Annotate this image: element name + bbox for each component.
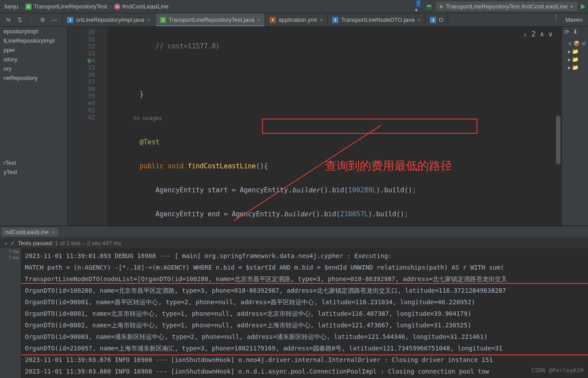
- line-number: 38: [69, 85, 95, 92]
- test-time: 7 ms: [0, 248, 21, 255]
- expand-icon[interactable]: »: [4, 240, 8, 247]
- left-item[interactable]: rTest: [0, 158, 67, 167]
- breadcrumb-project[interactable]: tianju: [3, 3, 20, 10]
- code-line: AgencyEntity end = AgencyEntity.builder(…: [107, 208, 561, 220]
- java-file-icon: J: [67, 17, 73, 23]
- warning-icon: ⚠: [523, 28, 527, 40]
- maven-panel[interactable]: ⟳ ⬇ ∨ 📦 sl ▸ 📁 ▸ 📁 ▸ 📁: [561, 27, 588, 226]
- code-line: }: [107, 90, 143, 98]
- tab-label: ortLineRepositoryImpl.java: [76, 16, 144, 23]
- tree-root[interactable]: sl: [582, 40, 586, 47]
- gutter[interactable]: 30 31 32 33 34↻ 35 36 37 38 39 40 41 42: [68, 27, 107, 226]
- test-file-icon: J: [160, 17, 166, 23]
- tab-repository-test[interactable]: J TransportLineRepositoryTest.java ×: [155, 13, 266, 26]
- console-line: OrganDTO(id=8002, name=上海市转运中心, type=1, …: [25, 319, 584, 331]
- user-icon[interactable]: 👤▾: [415, 3, 422, 10]
- close-icon[interactable]: ×: [147, 16, 151, 23]
- editor-scrollbar[interactable]: [556, 115, 560, 164]
- console-line: OrganDTO(id=90001, name=昌平区转运中心, type=2,…: [25, 296, 584, 308]
- console-line: 2023-11-01 11:39:01.893 DEBUG 16908 --- …: [25, 250, 584, 262]
- left-item[interactable]: tLineRepositoryImpl: [0, 36, 67, 45]
- line-number: 36: [69, 71, 95, 78]
- check-icon: ✔: [10, 240, 15, 247]
- collapse-icon[interactable]: ⇅: [16, 16, 23, 24]
- editor[interactable]: 30 31 32 33 34↻ 35 36 37 38 39 40 41 42 …: [68, 27, 588, 226]
- tab-application-yml[interactable]: Y application.yml ×: [265, 13, 328, 26]
- breadcrumb-class[interactable]: C TransportLineRepositoryTest: [24, 3, 109, 10]
- code-line: AgencyEntity start = AgencyEntity.builde…: [107, 184, 561, 196]
- console-line: OrganDTO(id=210057, name=上海市浦东新区南汇, type…: [25, 342, 584, 354]
- code-line: [107, 64, 561, 76]
- hide-icon[interactable]: —: [51, 16, 58, 24]
- code-line: @Test: [107, 138, 159, 146]
- run-config-area: 👤▾ ⬒ TransportLineRepositoryTest.findCos…: [415, 2, 585, 11]
- refresh-icon[interactable]: ⟳: [564, 28, 569, 35]
- breadcrumb-method[interactable]: m findCostLeastLine: [112, 3, 170, 10]
- expand-icon[interactable]: ⇆: [4, 16, 12, 24]
- tab-label: O: [439, 16, 443, 23]
- console-split: 7 ms 7 ms 2023-11-01 11:39:01.893 DEBUG …: [0, 248, 588, 378]
- left-item[interactable]: sitory: [0, 55, 67, 64]
- run-button[interactable]: [581, 4, 585, 9]
- java-file-icon: J: [430, 17, 436, 23]
- close-icon[interactable]: ×: [417, 16, 421, 23]
- code-area[interactable]: // cost=11577.8) } no usages @Test publi…: [107, 27, 561, 226]
- tab-node-dto[interactable]: J TransportLineNodeDTO.java ×: [328, 13, 425, 26]
- console-output[interactable]: 2023-11-01 11:39:01.893 DEBUG 16908 --- …: [21, 248, 588, 378]
- line-number: 40: [69, 99, 95, 107]
- console-line: 2023-11-01 11:39:03.876 INFO 16908 --- […: [25, 354, 584, 366]
- play-icon: [440, 4, 444, 9]
- usages-hint[interactable]: no usages: [107, 112, 561, 124]
- breadcrumb-method-label: findCostLeastLine: [122, 3, 168, 10]
- tab-label: TransportLineNodeDTO.java: [341, 16, 414, 23]
- close-icon[interactable]: ×: [319, 16, 323, 23]
- java-file-icon: J: [332, 17, 338, 23]
- structure-panel[interactable]: epositoryImpl tLineRepositoryImpl pper s…: [0, 27, 68, 226]
- tests-passed-label: Tests passed:: [18, 240, 53, 247]
- left-item[interactable]: epositoryImpl: [0, 27, 67, 36]
- gear-icon[interactable]: ⚙: [39, 16, 46, 24]
- console-line: OrganDTO(id=100280, name=北京市昌平区定泗路, type…: [25, 285, 584, 296]
- left-item[interactable]: ory: [0, 64, 67, 73]
- run-tab[interactable]: ndCostLeastLine ×: [2, 228, 58, 236]
- close-icon[interactable]: ×: [52, 229, 55, 235]
- method-icon: m: [114, 4, 120, 10]
- tab-overflow[interactable]: J O: [425, 13, 448, 26]
- inspections-widget[interactable]: ⚠ 2 ∧ ∨: [523, 28, 552, 40]
- tab-repository-impl[interactable]: J ortLineRepositoryImpl.java ×: [63, 13, 155, 26]
- console-line: OrganDTO(id=8001, name=北京市转运中心, type=1, …: [25, 308, 584, 319]
- build-icon[interactable]: ⬒: [425, 3, 433, 10]
- maven-tree[interactable]: ∨ 📦 sl ▸ 📁 ▸ 📁 ▸ 📁: [562, 37, 588, 74]
- breadcrumb-bar: tianju › C TransportLineRepositoryTest ›…: [0, 0, 588, 13]
- warning-count: 2: [532, 28, 536, 40]
- left-item[interactable]: neRepository: [0, 73, 67, 83]
- run-gutter-icon[interactable]: ↻: [85, 57, 93, 64]
- tree-item[interactable]: ▸ 📁: [564, 56, 586, 64]
- line-number: 39: [69, 92, 95, 99]
- chevron-up-icon[interactable]: ∧: [540, 28, 544, 40]
- run-tab-label: ndCostLeastLine: [5, 229, 49, 235]
- tab-label: TransportLineRepositoryTest.java: [169, 16, 254, 23]
- toolbar-row: ⇆ ⇅ | ⚙ — J ortLineRepositoryImpl.java ×…: [0, 13, 588, 27]
- test-time: 7 ms: [0, 255, 21, 261]
- run-config-selector[interactable]: TransportLineRepositoryTest.findCostLeas…: [436, 2, 577, 11]
- line-number: 37: [69, 78, 95, 85]
- left-item[interactable]: yTest: [0, 167, 67, 177]
- close-icon[interactable]: ×: [257, 16, 261, 23]
- watermark: CSDN @Perley620: [532, 365, 584, 376]
- tree-item[interactable]: ▸ 📁: [564, 64, 586, 72]
- tree-item[interactable]: ▸ 📁: [564, 48, 586, 56]
- code-line: public void: [107, 162, 188, 170]
- download-icon[interactable]: ⬇: [573, 28, 578, 35]
- tab-label: application.yml: [278, 16, 317, 23]
- line-number: 41: [69, 107, 95, 114]
- editor-tabs: J ortLineRepositoryImpl.java × J Transpo…: [63, 13, 553, 26]
- project-tool-icons: ⇆ ⇅ | ⚙ —: [0, 13, 63, 26]
- left-item[interactable]: pper: [0, 45, 67, 55]
- test-tree[interactable]: 7 ms 7 ms: [0, 248, 21, 378]
- chevron-down-icon[interactable]: ∨: [548, 28, 552, 40]
- maven-tool-window-button[interactable]: Maven: [560, 13, 588, 26]
- line-number: 31: [69, 36, 95, 43]
- more-icon[interactable]: ⋮: [553, 13, 560, 20]
- code-line: (){: [256, 162, 268, 170]
